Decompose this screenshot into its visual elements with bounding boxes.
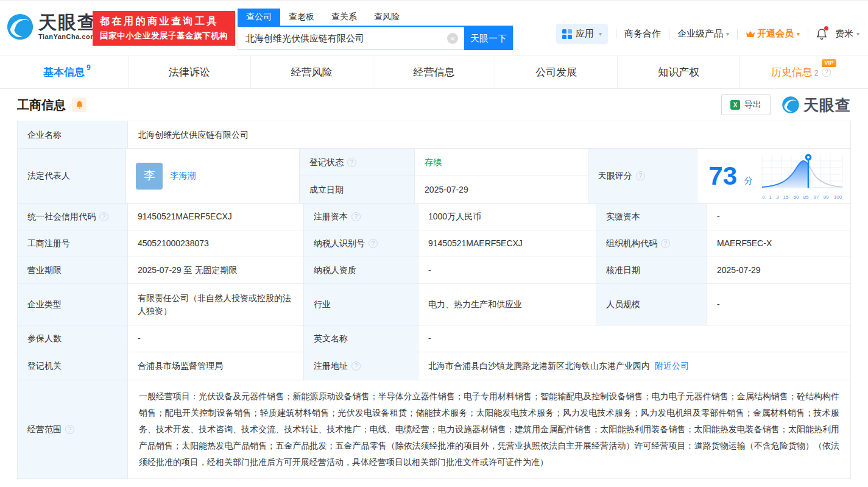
status-date-block: 登记状态 ? 存续 成立日期 2025-07-29 [299, 149, 588, 203]
insured-value: - [127, 325, 303, 352]
credit-code-label-text: 统一社会信用代码 [27, 210, 96, 223]
company-type-label: 企业类型 [18, 284, 127, 325]
tab-history-info[interactable]: VIP 历史信息 2 ? [739, 56, 862, 88]
notification-dot [824, 26, 828, 30]
reg-address-label: 注册地址 ? [303, 352, 418, 380]
axis-tick: 50 [793, 194, 799, 199]
help-icon[interactable]: ? [369, 239, 378, 248]
staff-size-label: 人员规模 [596, 284, 707, 325]
tab-basic-info-label: 基本信息 [43, 65, 85, 79]
brand-slogan-banner: 都在用的商业查询工具 国家中小企业发展子基金旗下机构 [93, 11, 235, 46]
paid-capital-value: - [707, 204, 850, 230]
score-label: 天眼评分 ? [588, 149, 697, 203]
notification-bell-icon[interactable] [816, 28, 827, 40]
tab-intellectual-property[interactable]: 知识产权 [617, 56, 739, 88]
search-tab-relation[interactable]: 查关系 [323, 9, 365, 26]
main-content: 工商信息 X 导出 天眼查 [0, 89, 868, 479]
business-term-label: 营业期限 [18, 257, 127, 283]
table-row: 统一社会信用代码 ? 91450521MAERF5ECXJ 注册资本 ? 100… [18, 203, 850, 230]
excel-icon: X [730, 100, 740, 110]
help-icon[interactable]: ? [661, 239, 670, 248]
approval-date-value: 2025-07-29 [707, 257, 850, 283]
taxpayer-id-value: 91450521MAERF5ECXJ [418, 230, 596, 257]
reg-status-row: 登记状态 ? 存续 [300, 149, 588, 176]
table-row: 企业类型 有限责任公司（非自然人投资或控股的法人独资） 行业 电力、热力生产和供… [18, 283, 850, 325]
score-distribution-chart[interactable]: 0 1 3 15 50 85 97 99 100 [760, 152, 844, 200]
tab-business-risk[interactable]: 经营风险 [250, 56, 373, 88]
reg-address-text: 北海市合浦县白沙镇龙腾路龙港新区北海铁山东港产业园内 [428, 360, 650, 372]
watermark-text: 天眼查 [803, 95, 851, 115]
insured-label: 参保人数 [18, 325, 127, 352]
table-row: 经营范围 ? 一般经营项目：光伏设备及元器件销售；新能源原动设备销售；半导体分立… [18, 380, 850, 478]
paid-capital-label: 实缴资本 [596, 204, 707, 230]
reg-address-label-text: 注册地址 [314, 360, 348, 372]
export-label: 导出 [744, 99, 761, 110]
search-tab-company[interactable]: 查公司 [238, 9, 280, 26]
tianyancha-company-page: 天眼查 TianYanCha.com 都在用的商业查询工具 国家中小企业发展子基… [0, 0, 868, 487]
establish-date-value: 2025-07-29 [414, 176, 588, 203]
clear-search-icon[interactable]: ✕ [447, 33, 458, 44]
search-area: 查公司 查老板 查关系 查风险 ✕ 天眼一下 [238, 9, 513, 50]
nav-business-cooperation[interactable]: 商务合作 [624, 28, 661, 40]
reg-number-label: 工商注册号 [18, 230, 127, 257]
company-name-label: 企业名称 [18, 121, 127, 148]
axis-tick: 85 [803, 194, 809, 199]
company-type-value: 有限责任公司（非自然人投资或控股的法人独资） [127, 284, 303, 325]
search-tab-risk[interactable]: 查风险 [365, 9, 408, 26]
help-icon[interactable]: ? [351, 361, 361, 371]
slogan-line1: 都在用的商业查询工具 [100, 15, 228, 28]
nav-user-menu[interactable]: 费米 ▾ [835, 28, 859, 40]
help-icon[interactable]: ? [347, 158, 356, 167]
reg-authority-label: 登记机关 [18, 352, 127, 380]
apps-menu-button[interactable]: 应用 ▾ [556, 24, 608, 44]
taxpayer-quality-value: - [418, 257, 596, 283]
org-code-label-text: 组织机构代码 [606, 237, 657, 250]
credit-code-value: 91450521MAERF5ECXJ [127, 204, 303, 230]
axis-tick: 97 [813, 194, 819, 199]
reg-capital-label-text: 注册资本 [314, 210, 348, 223]
approval-date-label: 核准日期 [596, 257, 707, 283]
tab-operating-info[interactable]: 经营信息 [373, 56, 495, 88]
taxpayer-id-label-text: 纳税人识别号 [314, 237, 365, 250]
help-icon[interactable]: ? [636, 171, 645, 180]
search-button[interactable]: 天眼一下 [464, 27, 513, 50]
reg-authority-value: 合浦县市场监督管理局 [127, 352, 303, 380]
help-icon[interactable]: ? [99, 212, 108, 221]
search-input[interactable] [245, 34, 447, 44]
score-chart-axis: 0 1 3 15 50 85 97 99 100 [760, 194, 844, 200]
table-row: 参保人数 - 英文名称 - [18, 325, 850, 352]
avatar[interactable]: 李 [136, 163, 163, 190]
nav-enterprise-products[interactable]: 企业级产品 ▾ [677, 28, 729, 40]
open-vip-label: 开通会员 [757, 28, 794, 40]
reg-number-value: 450521000238073 [127, 230, 303, 257]
legal-rep-link[interactable]: 李海潮 [170, 169, 196, 182]
tab-legal-proceedings[interactable]: 法律诉讼 [128, 56, 250, 88]
site-logo[interactable]: 天眼查 TianYanCha.com [6, 13, 97, 41]
subscribe-bell-icon[interactable] [72, 98, 86, 112]
nearby-companies-link[interactable]: 附近公司 [655, 360, 689, 372]
chevron-down-icon: ▾ [797, 30, 800, 37]
business-scope-label-text: 经营范围 [27, 423, 62, 436]
export-button[interactable]: X 导出 [721, 94, 771, 115]
tianyancha-logo-icon [782, 96, 800, 114]
apps-grid-icon [562, 29, 572, 39]
tab-legal-label: 法律诉讼 [169, 65, 210, 79]
apps-label: 应用 [576, 28, 594, 40]
nav-open-vip[interactable]: 开通会员 ▾ [746, 28, 800, 40]
industry-label: 行业 [303, 284, 418, 325]
help-icon[interactable]: ? [822, 68, 831, 77]
taxpayer-id-label: 纳税人识别号 ? [303, 230, 418, 257]
tab-basic-info[interactable]: 基本信息 9 [6, 56, 128, 88]
search-tab-boss[interactable]: 查老板 [280, 9, 323, 26]
tab-company-development[interactable]: 公司发展 [495, 56, 617, 88]
nav-divider [737, 29, 738, 38]
axis-tick: 1 [769, 194, 772, 199]
section-header: 工商信息 X 导出 天眼查 [17, 89, 851, 121]
section-title: 工商信息 [17, 97, 66, 113]
tab-basic-info-count: 9 [86, 63, 91, 72]
chevron-down-icon: ▾ [599, 30, 602, 37]
tianyancha-logo-icon [6, 13, 34, 41]
help-icon[interactable]: ? [351, 212, 361, 221]
tab-ip-label: 知识产权 [658, 65, 699, 79]
help-icon[interactable]: ? [65, 425, 74, 434]
